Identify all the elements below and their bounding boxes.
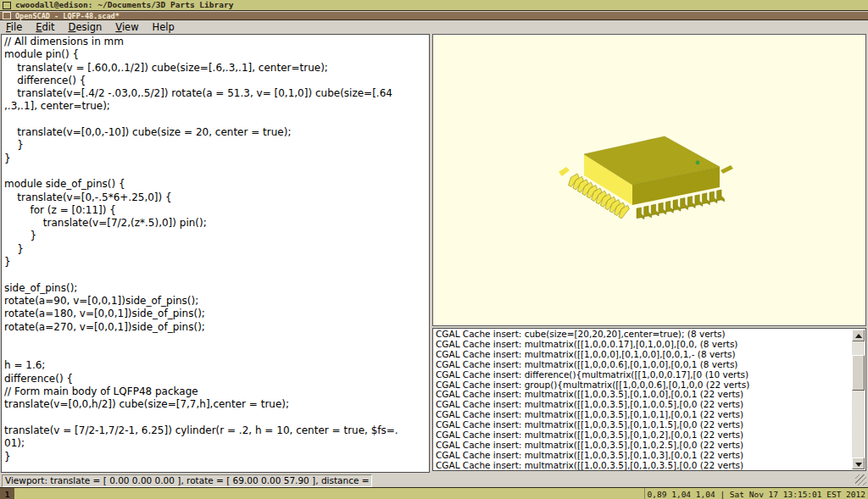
console-line: CGAL Cache insert: multmatrix([[1,0,0,3.… — [436, 451, 851, 461]
console-log: CGAL Cache insert: cube(size=[20,20,20],… — [436, 330, 851, 470]
menu-edit[interactable]: Edit — [30, 21, 60, 34]
3d-viewport[interactable] — [432, 34, 866, 326]
window-glyph-icon — [3, 12, 11, 19]
chip-render — [433, 35, 864, 325]
window-title: OpenSCAD - LQFP-48.scad* — [15, 12, 120, 20]
code-editor[interactable]: // All dimensions in mm module pin() { t… — [1, 34, 430, 473]
chip-back-pin-left — [559, 167, 570, 176]
resize-grip-icon[interactable] — [855, 474, 866, 485]
app-statusbar: Viewport: translate = [ 0.00 0.00 0.00 ]… — [0, 473, 868, 487]
main-split: // All dimensions in mm module pin() { t… — [0, 34, 868, 473]
menu-design[interactable]: Design — [63, 21, 108, 34]
pin1-indicator-dot — [696, 161, 700, 165]
console-line: CGAL Cache insert: multmatrix([[1,0,0,3.… — [436, 461, 851, 470]
desktop-taskbar: 1 0,89 1,04 1,04 | Sat Nov 17 13:15:01 E… — [0, 487, 868, 499]
desktop: cwoodall@edison: ~/Documents/3D Parts Li… — [0, 0, 868, 499]
viewport-status: Viewport: translate = [ 0.00 0.00 0.00 ]… — [2, 474, 372, 487]
menu-help[interactable]: Help — [147, 21, 181, 34]
taskbar-clock: 0,89 1,04 1,04 | Sat Nov 17 13:15:01 EST… — [644, 488, 868, 499]
scroll-down-icon[interactable] — [852, 457, 865, 469]
openscad-titlebar[interactable]: OpenSCAD - LQFP-48.scad* — [0, 12, 868, 20]
chip-back-pin-right — [721, 165, 733, 174]
window-glyph-icon — [3, 2, 11, 9]
scrollbar-thumb[interactable] — [852, 355, 865, 391]
console-pane[interactable]: CGAL Cache insert: cube(size=[20,20,20],… — [432, 328, 866, 471]
menu-view[interactable]: View — [109, 21, 144, 34]
terminal-titlebar[interactable]: cwoodall@edison: ~/Documents/3D Parts Li… — [0, 0, 868, 11]
workspace-tag[interactable]: 1 — [0, 488, 14, 499]
console-scrollbar[interactable] — [852, 330, 865, 469]
code-text: // All dimensions in mm module pin() { t… — [2, 35, 429, 463]
scroll-up-icon[interactable] — [852, 330, 865, 341]
menu-file[interactable]: File — [0, 21, 28, 34]
console-line: CGAL Cache insert: difference(){multmatr… — [436, 370, 851, 380]
right-column: CGAL Cache insert: cube(size=[20,20,20],… — [432, 34, 866, 473]
console-line: CGAL Cache insert: multmatrix([[1,0,0,0.… — [436, 360, 851, 370]
console-line: CGAL Cache insert: multmatrix([[1,0,0,0]… — [436, 350, 851, 360]
menubar: File Edit Design View Help — [0, 21, 868, 34]
terminal-title: cwoodall@edison: ~/Documents/3D Parts Li… — [15, 1, 233, 9]
